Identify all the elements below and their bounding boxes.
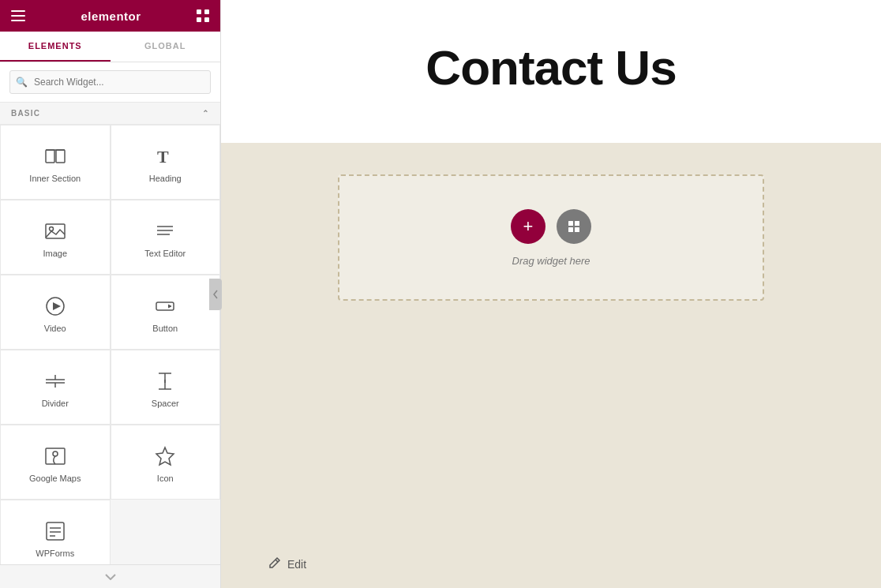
drop-section: + Drag widget here: [221, 143, 881, 541]
svg-marker-29: [156, 448, 174, 465]
hamburger-icon[interactable]: [11, 10, 25, 21]
grid-small-icon: [568, 220, 580, 233]
tab-elements[interactable]: ELEMENTS: [0, 32, 111, 62]
edit-bar[interactable]: Edit: [221, 541, 881, 588]
section-label: BASIC: [11, 109, 40, 118]
drop-zone[interactable]: + Drag widget here: [338, 174, 764, 301]
panel-scroll-down[interactable]: [0, 564, 220, 588]
svg-rect-1: [11, 15, 25, 17]
svg-text:T: T: [157, 147, 169, 167]
widget-spacer[interactable]: Spacer: [111, 350, 221, 425]
widget-button-label: Button: [152, 324, 178, 333]
wpforms-icon: [44, 520, 66, 542]
widget-wpforms[interactable]: WPForms: [0, 500, 111, 564]
widget-icon[interactable]: Icon: [111, 425, 221, 500]
widget-text-editor[interactable]: Text Editor: [111, 200, 221, 275]
widget-image-label: Image: [43, 249, 67, 258]
widget-image[interactable]: Image: [0, 200, 111, 275]
widget-divider[interactable]: Divider: [0, 350, 111, 425]
svg-rect-36: [568, 227, 573, 232]
svg-rect-8: [56, 150, 65, 163]
spacer-icon: [154, 370, 176, 392]
chevron-down-icon: [105, 574, 116, 580]
left-panel: elementor ELEMENTS GLOBAL 🔍: [0, 0, 221, 588]
widget-spacer-label: Spacer: [152, 399, 179, 408]
pencil-icon: [268, 556, 281, 569]
add-widget-button[interactable]: +: [511, 209, 545, 244]
svg-rect-2: [11, 20, 25, 21]
widget-button[interactable]: Button: [111, 275, 221, 350]
search-bar: 🔍: [0, 62, 220, 103]
svg-rect-37: [575, 227, 579, 232]
section-header-basic: BASIC ⌃: [0, 103, 220, 125]
svg-rect-7: [46, 150, 54, 163]
widget-inner-section-label: Inner Section: [29, 174, 81, 183]
svg-rect-34: [568, 221, 573, 226]
svg-rect-5: [197, 17, 201, 22]
widget-library-button[interactable]: [557, 209, 591, 244]
edit-icon: [268, 556, 281, 572]
svg-rect-30: [47, 522, 64, 540]
drop-label: Drag widget here: [512, 255, 590, 267]
svg-rect-6: [204, 17, 209, 22]
grid-icon[interactable]: [197, 9, 209, 22]
logo-text: elementor: [81, 9, 141, 23]
contact-title: Contact Us: [237, 39, 865, 96]
svg-line-38: [276, 560, 278, 562]
drop-action-buttons: +: [511, 209, 591, 244]
text-editor-icon: [154, 220, 176, 242]
main-canvas: Contact Us + Drag widget here: [221, 0, 881, 588]
tab-global[interactable]: GLOBAL: [111, 32, 221, 62]
edit-label: Edit: [287, 558, 306, 571]
widget-video[interactable]: Video: [0, 275, 111, 350]
panel-header: elementor: [0, 0, 220, 32]
search-icon: 🔍: [16, 77, 28, 88]
svg-point-12: [49, 227, 53, 230]
widget-divider-label: Divider: [42, 399, 69, 408]
contact-section: Contact Us: [221, 0, 881, 143]
widget-text-editor-label: Text Editor: [144, 249, 186, 258]
collapse-panel-handle[interactable]: [209, 279, 222, 310]
chevron-down-icon[interactable]: ⌃: [202, 109, 209, 118]
inner-section-icon: [44, 145, 66, 167]
widget-google-maps-label: Google Maps: [29, 474, 81, 483]
image-icon: [44, 220, 66, 242]
widget-grid: Inner Section T Heading Image: [0, 125, 220, 564]
widget-video-label: Video: [44, 324, 66, 333]
widget-google-maps[interactable]: Google Maps: [0, 425, 111, 500]
chevron-left-icon: [212, 290, 219, 299]
widget-heading-label: Heading: [149, 174, 182, 183]
svg-rect-3: [197, 9, 201, 14]
widget-heading[interactable]: T Heading: [111, 125, 221, 200]
video-icon: [44, 295, 66, 317]
svg-point-28: [53, 451, 58, 456]
icon-icon: [154, 445, 176, 467]
svg-rect-4: [204, 9, 209, 14]
search-input[interactable]: [9, 70, 211, 94]
svg-marker-17: [53, 302, 61, 310]
button-icon: [154, 295, 176, 317]
panel-tabs: ELEMENTS GLOBAL: [0, 32, 220, 62]
google-maps-icon: [44, 445, 66, 467]
widget-icon-label: Icon: [157, 474, 174, 483]
widget-wpforms-label: WPForms: [36, 549, 74, 558]
divider-icon: [44, 370, 66, 392]
svg-rect-35: [575, 221, 579, 226]
widget-inner-section[interactable]: Inner Section: [0, 125, 111, 200]
svg-rect-0: [11, 10, 25, 12]
heading-icon: T: [154, 145, 176, 167]
